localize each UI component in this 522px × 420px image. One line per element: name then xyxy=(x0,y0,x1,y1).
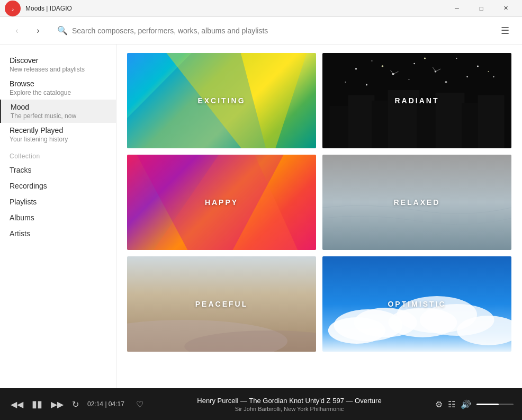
toolbar: ‹ › 🔍 ☰ xyxy=(0,17,522,44)
minimize-button[interactable]: ─ xyxy=(445,0,469,17)
sidebar-item-browse-title: Browse xyxy=(10,79,106,88)
svg-point-17 xyxy=(493,76,494,77)
forward-button[interactable]: › xyxy=(30,22,47,39)
app-logo: ♪ xyxy=(4,0,21,17)
svg-point-18 xyxy=(345,82,346,83)
svg-line-27 xyxy=(391,70,393,74)
svg-point-25 xyxy=(488,71,489,72)
svg-point-24 xyxy=(424,58,426,59)
svg-line-28 xyxy=(436,69,441,72)
search-input[interactable] xyxy=(72,26,486,35)
back-button[interactable]: ‹ xyxy=(8,22,25,39)
sidebar-link-tracks[interactable]: Tracks xyxy=(0,162,116,178)
sidebar-item-discover-subtitle: New releases and playlists xyxy=(10,66,106,73)
sidebar-link-artists[interactable]: Artists xyxy=(0,226,116,242)
mood-grid: EXCITING xyxy=(127,53,511,352)
mood-card-happy[interactable]: HAPPY xyxy=(127,155,316,250)
volume-slider[interactable] xyxy=(476,404,514,405)
player-bar: ◀◀ ▮▮ ▶▶ ↻ 02:14 | 04:17 ♡ Henry Purcell… xyxy=(0,388,522,420)
happy-label: HAPPY xyxy=(205,198,238,207)
total-time: 04:17 xyxy=(109,400,124,408)
app-title: Moods | IDAGIO xyxy=(25,5,72,12)
sidebar-item-recently-played-subtitle: Your listening history xyxy=(10,136,106,143)
sidebar-link-recordings[interactable]: Recordings xyxy=(0,178,116,194)
sidebar-link-albums[interactable]: Albums xyxy=(0,210,116,226)
repeat-button[interactable]: ↻ xyxy=(70,397,81,412)
svg-rect-2 xyxy=(330,106,351,148)
sidebar-item-recently-played-title: Recently Played xyxy=(10,126,106,135)
svg-point-22 xyxy=(466,76,467,77)
sidebar-item-recently-played[interactable]: Recently Played Your listening history xyxy=(0,123,116,146)
svg-rect-9 xyxy=(478,95,505,148)
svg-rect-4 xyxy=(372,101,391,148)
sidebar-item-browse[interactable]: Browse Explore the catalogue xyxy=(0,76,116,100)
mood-card-relaxed[interactable]: RELAXED xyxy=(322,155,511,250)
svg-point-21 xyxy=(445,81,447,83)
sidebar-item-browse-subtitle: Explore the catalogue xyxy=(10,89,106,96)
mood-card-exciting[interactable]: EXCITING xyxy=(127,53,316,148)
mood-card-peaceful[interactable]: PEACEFUL xyxy=(127,256,316,352)
svg-rect-6 xyxy=(417,98,438,148)
maximize-button[interactable]: □ xyxy=(469,0,493,17)
svg-rect-3 xyxy=(348,95,375,148)
prev-button[interactable]: ◀◀ xyxy=(8,397,25,412)
heart-button[interactable]: ♡ xyxy=(136,399,143,409)
svg-point-11 xyxy=(372,60,373,61)
sidebar-link-playlists[interactable]: Playlists xyxy=(0,194,116,210)
svg-point-16 xyxy=(477,66,479,67)
svg-point-20 xyxy=(409,79,410,80)
relaxed-label: RELAXED xyxy=(394,198,440,207)
close-button[interactable]: ✕ xyxy=(493,0,518,17)
player-right: ⚙ ☷ 🔊 xyxy=(435,399,514,409)
play-pause-button[interactable]: ▮▮ xyxy=(30,396,44,412)
sidebar: Discover New releases and playlists Brow… xyxy=(0,44,116,388)
exciting-label: EXCITING xyxy=(197,96,245,105)
player-track-artist: Sir John Barbirolli, New York Philharmon… xyxy=(150,406,429,412)
mood-content: EXCITING xyxy=(116,44,522,388)
svg-point-15 xyxy=(456,58,457,59)
sidebar-item-mood[interactable]: Mood The perfect music, now xyxy=(0,100,116,123)
svg-point-23 xyxy=(382,65,384,67)
volume-button[interactable]: 🔊 xyxy=(461,399,471,409)
menu-button[interactable]: ☰ xyxy=(497,22,514,39)
mood-card-radiant[interactable]: RADIANT xyxy=(322,53,511,148)
peaceful-label: PEACEFUL xyxy=(195,300,248,308)
queue-button[interactable]: ☷ xyxy=(448,399,455,409)
collection-label: Collection xyxy=(0,146,116,162)
svg-rect-8 xyxy=(462,103,481,148)
titlebar: ♪ Moods | IDAGIO ─ □ ✕ xyxy=(0,0,522,17)
svg-point-19 xyxy=(366,84,367,86)
svg-point-13 xyxy=(413,63,415,64)
optimistic-label: OPTIMISTIC xyxy=(388,300,446,308)
search-container: 🔍 xyxy=(51,25,492,35)
search-icon: 🔍 xyxy=(57,25,68,35)
svg-rect-7 xyxy=(436,93,465,148)
mood-card-optimistic[interactable]: OPTIMISTIC xyxy=(322,256,511,352)
sidebar-item-mood-subtitle: The perfect music, now xyxy=(11,112,106,120)
sidebar-item-mood-title: Mood xyxy=(11,103,106,111)
titlebar-controls: ─ □ ✕ xyxy=(445,0,518,17)
svg-line-29 xyxy=(433,67,436,72)
current-time: 02:14 xyxy=(87,400,103,408)
svg-text:♪: ♪ xyxy=(12,6,14,12)
next-button[interactable]: ▶▶ xyxy=(49,397,66,412)
player-track-title: Henry Purcell — The Gordian Knot Unty'd … xyxy=(150,397,429,405)
player-time: 02:14 | 04:17 xyxy=(87,400,130,408)
titlebar-left: ♪ Moods | IDAGIO xyxy=(4,0,72,17)
player-track-info: Henry Purcell — The Gordian Knot Unty'd … xyxy=(150,397,429,412)
sidebar-item-discover[interactable]: Discover New releases and playlists xyxy=(0,53,116,76)
svg-point-10 xyxy=(355,68,357,70)
radiant-label: RADIANT xyxy=(395,96,439,105)
svg-line-26 xyxy=(393,72,399,74)
player-controls: ◀◀ ▮▮ ▶▶ ↻ xyxy=(8,396,81,412)
sidebar-item-discover-title: Discover xyxy=(10,56,106,65)
volume-fill xyxy=(476,404,499,405)
main-layout: Discover New releases and playlists Brow… xyxy=(0,44,522,388)
settings-button[interactable]: ⚙ xyxy=(435,399,443,409)
